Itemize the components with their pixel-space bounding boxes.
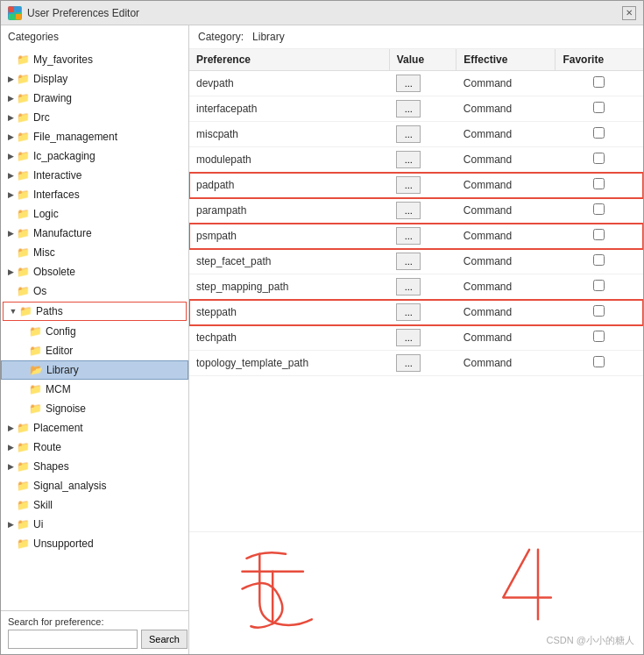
- favorite-checkbox[interactable]: [593, 229, 605, 240]
- sidebar-item-logic[interactable]: 📁Logic: [1, 204, 188, 224]
- col-effective: Effective: [456, 49, 556, 71]
- sidebar-item-shapes[interactable]: ▶📁Shapes: [1, 457, 188, 476]
- pref-cell: interfacepath: [189, 96, 389, 122]
- expand-arrow[interactable]: [4, 208, 17, 220]
- expand-arrow[interactable]: ▶: [4, 150, 17, 162]
- favorite-checkbox[interactable]: [593, 203, 605, 215]
- sidebar-item-misc[interactable]: 📁Misc: [1, 243, 188, 262]
- effective-cell: Command: [456, 351, 556, 376]
- pref-cell: miscpath: [189, 122, 389, 147]
- sidebar-item-file_management[interactable]: ▶📁File_management: [1, 127, 188, 146]
- value-button[interactable]: ...: [396, 227, 421, 245]
- sidebar-item-interfaces[interactable]: ▶📁Interfaces: [1, 185, 188, 204]
- search-input[interactable]: [8, 630, 138, 649]
- sidebar-item-obsolete[interactable]: ▶📁Obsolete: [1, 262, 188, 281]
- sidebar-item-ui[interactable]: ▶📁Ui: [1, 515, 188, 534]
- sidebar-item-drawing[interactable]: ▶📁Drawing: [1, 89, 188, 108]
- svg-rect-2: [9, 14, 14, 19]
- sidebar-item-editor[interactable]: 📁Editor: [1, 341, 188, 360]
- favorite-checkbox[interactable]: [593, 305, 605, 317]
- sidebar-item-mcm[interactable]: 📁MCM: [1, 380, 188, 399]
- favorite-checkbox[interactable]: [593, 254, 605, 266]
- table-row: step_facet_path...Command: [189, 249, 643, 274]
- preferences-table: Preference Value Effective Favorite devp…: [189, 49, 643, 376]
- favorite-checkbox[interactable]: [593, 153, 605, 164]
- value-button[interactable]: ...: [396, 125, 421, 143]
- folder-icon: 📁: [17, 423, 30, 433]
- sidebar-item-interactive[interactable]: ▶📁Interactive: [1, 166, 188, 185]
- favorite-checkbox[interactable]: [593, 127, 605, 139]
- sidebar-item-drc[interactable]: ▶📁Drc: [1, 108, 188, 127]
- expand-arrow[interactable]: ▶: [4, 92, 17, 104]
- expand-arrow[interactable]: ▼: [7, 305, 19, 317]
- sidebar-item-signoise[interactable]: 📁Signoise: [1, 399, 188, 418]
- expand-arrow[interactable]: ▶: [4, 441, 17, 453]
- expand-arrow[interactable]: ▶: [4, 422, 17, 434]
- value-button[interactable]: ...: [396, 278, 421, 295]
- expand-arrow[interactable]: [4, 538, 17, 550]
- expand-arrow[interactable]: [4, 246, 17, 259]
- expand-arrow[interactable]: ▶: [4, 227, 17, 239]
- expand-arrow[interactable]: ▶: [4, 73, 17, 85]
- pref-cell: steppath: [189, 300, 389, 325]
- expand-arrow[interactable]: [4, 480, 17, 492]
- expand-arrow[interactable]: ▶: [4, 111, 17, 124]
- favorite-checkbox[interactable]: [593, 178, 605, 189]
- expand-arrow[interactable]: ▶: [4, 189, 17, 201]
- value-button[interactable]: ...: [396, 354, 421, 372]
- expand-arrow[interactable]: [17, 325, 29, 338]
- sidebar-item-display[interactable]: ▶📁Display: [1, 69, 188, 89]
- favorite-checkbox[interactable]: [593, 280, 605, 291]
- sidebar-item-unsupported[interactable]: 📁Unsupported: [1, 534, 188, 553]
- expand-arrow[interactable]: ▶: [4, 518, 17, 530]
- value-button[interactable]: ...: [396, 151, 421, 168]
- value-button[interactable]: ...: [396, 75, 421, 92]
- sidebar-item-library[interactable]: 📂Library: [1, 360, 188, 380]
- favorite-checkbox[interactable]: [593, 331, 605, 342]
- folder-icon: 📁: [29, 403, 42, 414]
- favorite-checkbox[interactable]: [593, 76, 605, 88]
- effective-cell: Command: [456, 300, 556, 325]
- favorite-checkbox[interactable]: [593, 102, 605, 113]
- folder-icon: 📁: [29, 345, 42, 356]
- value-button[interactable]: ...: [396, 202, 421, 219]
- expand-arrow[interactable]: [4, 499, 17, 511]
- sidebar-item-os[interactable]: 📁Os: [1, 281, 188, 301]
- expand-arrow[interactable]: ▶: [4, 266, 17, 278]
- expand-arrow[interactable]: [4, 285, 17, 297]
- value-button[interactable]: ...: [396, 329, 421, 346]
- close-button[interactable]: ✕: [622, 6, 636, 20]
- sidebar-item-route[interactable]: ▶📁Route: [1, 438, 188, 457]
- expand-arrow[interactable]: [17, 345, 29, 357]
- value-button[interactable]: ...: [396, 303, 421, 321]
- sidebar-item-my_favorites[interactable]: 📁My_favorites: [1, 50, 188, 69]
- expand-arrow[interactable]: [17, 402, 29, 415]
- sidebar-item-paths[interactable]: ▼📁Paths: [3, 302, 187, 321]
- table-row: step_mapping_path...Command: [189, 274, 643, 300]
- expand-arrow[interactable]: ▶: [4, 131, 17, 143]
- sidebar-item-config[interactable]: 📁Config: [1, 322, 188, 341]
- pref-cell: step_mapping_path: [189, 274, 389, 300]
- expand-arrow[interactable]: [4, 53, 17, 66]
- pref-cell: modulepath: [189, 147, 389, 173]
- expand-arrow[interactable]: [18, 364, 30, 376]
- value-button[interactable]: ...: [396, 100, 421, 117]
- sidebar-tree[interactable]: 📁My_favorites▶📁Display▶📁Drawing▶📁Drc▶📁Fi…: [1, 48, 188, 610]
- expand-arrow[interactable]: ▶: [4, 169, 17, 182]
- sidebar-item-label: Logic: [33, 208, 59, 220]
- sidebar-item-placement[interactable]: ▶📁Placement: [1, 418, 188, 438]
- sidebar-item-skill[interactable]: 📁Skill: [1, 495, 188, 515]
- expand-arrow[interactable]: [17, 383, 29, 395]
- favorite-checkbox[interactable]: [593, 356, 605, 367]
- sidebar-item-signal_analysis[interactable]: 📁Signal_analysis: [1, 476, 188, 495]
- search-button[interactable]: Search: [141, 630, 188, 649]
- expand-arrow[interactable]: ▶: [4, 460, 17, 473]
- table-row: padpath...Command: [189, 173, 643, 198]
- pref-cell: devpath: [189, 71, 389, 96]
- favorite-cell: [556, 274, 643, 300]
- sidebar-item-ic_packaging[interactable]: ▶📁Ic_packaging: [1, 146, 188, 166]
- sidebar-item-manufacture[interactable]: ▶📁Manufacture: [1, 224, 188, 243]
- sidebar-item-label: Ui: [33, 518, 43, 530]
- value-button[interactable]: ...: [396, 176, 421, 194]
- value-button[interactable]: ...: [396, 253, 421, 270]
